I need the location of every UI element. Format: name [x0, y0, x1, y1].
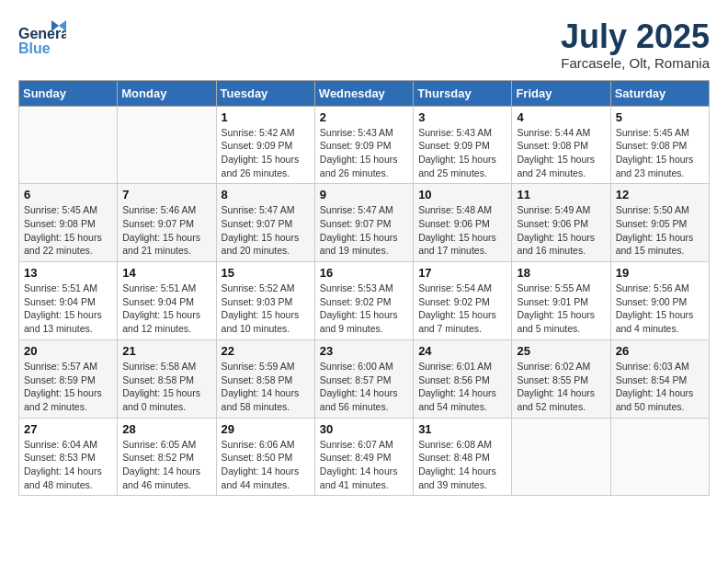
day-number: 10 [418, 188, 506, 201]
day-info: Sunrise: 6:01 AM Sunset: 8:56 PM Dayligh… [418, 360, 506, 414]
calendar-cell: 19Sunrise: 5:56 AM Sunset: 9:00 PM Dayli… [610, 262, 709, 340]
calendar-cell: 16Sunrise: 5:53 AM Sunset: 9:02 PM Dayli… [314, 262, 413, 340]
calendar-cell [19, 106, 118, 184]
svg-text:General: General [18, 26, 66, 41]
day-number: 24 [418, 344, 506, 358]
calendar-cell: 15Sunrise: 5:52 AM Sunset: 9:03 PM Dayli… [216, 262, 314, 340]
day-number: 6 [24, 188, 112, 201]
calendar-cell: 21Sunrise: 5:58 AM Sunset: 8:58 PM Dayli… [118, 339, 216, 418]
day-number: 20 [24, 344, 112, 358]
day-info: Sunrise: 5:55 AM Sunset: 9:01 PM Dayligh… [517, 282, 605, 336]
calendar-cell: 25Sunrise: 6:02 AM Sunset: 8:55 PM Dayli… [512, 339, 610, 418]
weekday-header-thursday: Thursday [414, 80, 512, 106]
day-number: 28 [122, 422, 210, 436]
title-block: July 2025 Farcasele, Olt, Romania [561, 18, 710, 71]
day-info: Sunrise: 5:59 AM Sunset: 8:58 PM Dayligh… [222, 360, 310, 414]
calendar-cell: 31Sunrise: 6:08 AM Sunset: 8:48 PM Dayli… [414, 418, 512, 496]
day-number: 11 [517, 188, 605, 201]
calendar-cell: 30Sunrise: 6:07 AM Sunset: 8:49 PM Dayli… [314, 418, 413, 496]
calendar-cell: 26Sunrise: 6:03 AM Sunset: 8:54 PM Dayli… [610, 339, 709, 418]
weekday-header-wednesday: Wednesday [314, 80, 413, 106]
day-number: 21 [122, 344, 210, 358]
weekday-header-sunday: Sunday [19, 80, 118, 106]
day-info: Sunrise: 5:54 AM Sunset: 9:02 PM Dayligh… [418, 282, 506, 336]
calendar-week-3: 13Sunrise: 5:51 AM Sunset: 9:04 PM Dayli… [19, 262, 710, 340]
day-number: 30 [320, 422, 408, 436]
day-number: 2 [320, 110, 408, 124]
day-number: 15 [222, 266, 310, 280]
day-number: 8 [222, 188, 310, 201]
day-info: Sunrise: 5:46 AM Sunset: 9:07 PM Dayligh… [122, 203, 210, 258]
calendar-cell: 6Sunrise: 5:45 AM Sunset: 9:08 PM Daylig… [19, 184, 118, 262]
calendar-cell: 11Sunrise: 5:49 AM Sunset: 9:06 PM Dayli… [512, 184, 610, 262]
calendar-cell: 24Sunrise: 6:01 AM Sunset: 8:56 PM Dayli… [414, 339, 512, 418]
weekday-header-saturday: Saturday [610, 80, 709, 106]
calendar-cell: 28Sunrise: 6:05 AM Sunset: 8:52 PM Dayli… [118, 418, 216, 496]
month-title: July 2025 [561, 18, 710, 55]
calendar-cell: 29Sunrise: 6:06 AM Sunset: 8:50 PM Dayli… [216, 418, 314, 496]
calendar-week-2: 6Sunrise: 5:45 AM Sunset: 9:08 PM Daylig… [19, 184, 710, 262]
calendar-cell: 2Sunrise: 5:43 AM Sunset: 9:09 PM Daylig… [314, 106, 413, 184]
day-number: 1 [222, 110, 310, 124]
calendar-cell: 1Sunrise: 5:42 AM Sunset: 9:09 PM Daylig… [216, 106, 314, 184]
day-info: Sunrise: 5:45 AM Sunset: 9:08 PM Dayligh… [24, 203, 112, 258]
calendar-cell: 17Sunrise: 5:54 AM Sunset: 9:02 PM Dayli… [414, 262, 512, 340]
day-info: Sunrise: 5:50 AM Sunset: 9:05 PM Dayligh… [616, 203, 704, 258]
day-number: 5 [616, 110, 704, 124]
logo: General Blue [18, 18, 66, 59]
day-number: 19 [616, 266, 704, 280]
day-number: 13 [24, 266, 112, 280]
logo-icon: General Blue [18, 18, 66, 59]
day-info: Sunrise: 5:57 AM Sunset: 8:59 PM Dayligh… [24, 360, 112, 414]
day-number: 9 [320, 188, 408, 201]
day-info: Sunrise: 5:43 AM Sunset: 9:09 PM Dayligh… [418, 126, 506, 180]
day-info: Sunrise: 6:08 AM Sunset: 8:48 PM Dayligh… [418, 438, 506, 492]
day-info: Sunrise: 5:47 AM Sunset: 9:07 PM Dayligh… [222, 203, 310, 258]
location: Farcasele, Olt, Romania [561, 55, 710, 71]
day-number: 29 [222, 422, 310, 436]
day-number: 16 [320, 266, 408, 280]
day-info: Sunrise: 6:02 AM Sunset: 8:55 PM Dayligh… [517, 360, 605, 414]
day-info: Sunrise: 5:58 AM Sunset: 8:58 PM Dayligh… [122, 360, 210, 414]
calendar-cell: 4Sunrise: 5:44 AM Sunset: 9:08 PM Daylig… [512, 106, 610, 184]
day-number: 22 [222, 344, 310, 358]
day-info: Sunrise: 5:43 AM Sunset: 9:09 PM Dayligh… [320, 126, 408, 180]
day-info: Sunrise: 6:04 AM Sunset: 8:53 PM Dayligh… [24, 438, 112, 492]
calendar-body: 1Sunrise: 5:42 AM Sunset: 9:09 PM Daylig… [19, 106, 710, 496]
day-info: Sunrise: 5:45 AM Sunset: 9:08 PM Dayligh… [616, 126, 704, 180]
calendar-cell: 27Sunrise: 6:04 AM Sunset: 8:53 PM Dayli… [19, 418, 118, 496]
day-number: 23 [320, 344, 408, 358]
calendar-cell: 5Sunrise: 5:45 AM Sunset: 9:08 PM Daylig… [610, 106, 709, 184]
calendar-cell: 14Sunrise: 5:51 AM Sunset: 9:04 PM Dayli… [118, 262, 216, 340]
day-info: Sunrise: 5:47 AM Sunset: 9:07 PM Dayligh… [320, 203, 408, 258]
page-header: General Blue July 2025 Farcasele, Olt, R… [18, 18, 710, 71]
calendar-cell: 13Sunrise: 5:51 AM Sunset: 9:04 PM Dayli… [19, 262, 118, 340]
calendar-week-5: 27Sunrise: 6:04 AM Sunset: 8:53 PM Dayli… [19, 418, 710, 496]
calendar-cell: 7Sunrise: 5:46 AM Sunset: 9:07 PM Daylig… [118, 184, 216, 262]
day-info: Sunrise: 6:03 AM Sunset: 8:54 PM Dayligh… [616, 360, 704, 414]
day-info: Sunrise: 5:52 AM Sunset: 9:03 PM Dayligh… [222, 282, 310, 336]
day-info: Sunrise: 5:53 AM Sunset: 9:02 PM Dayligh… [320, 282, 408, 336]
day-number: 4 [517, 110, 605, 124]
calendar-cell: 22Sunrise: 5:59 AM Sunset: 8:58 PM Dayli… [216, 339, 314, 418]
calendar-cell: 8Sunrise: 5:47 AM Sunset: 9:07 PM Daylig… [216, 184, 314, 262]
day-info: Sunrise: 5:51 AM Sunset: 9:04 PM Dayligh… [24, 282, 112, 336]
calendar-cell [610, 418, 709, 496]
day-number: 14 [122, 266, 210, 280]
calendar-cell: 23Sunrise: 6:00 AM Sunset: 8:57 PM Dayli… [314, 339, 413, 418]
day-info: Sunrise: 5:51 AM Sunset: 9:04 PM Dayligh… [122, 282, 210, 336]
svg-text:Blue: Blue [18, 40, 51, 56]
calendar-header-row: SundayMondayTuesdayWednesdayThursdayFrid… [19, 80, 710, 106]
day-info: Sunrise: 6:00 AM Sunset: 8:57 PM Dayligh… [320, 360, 408, 414]
day-info: Sunrise: 6:07 AM Sunset: 8:49 PM Dayligh… [320, 438, 408, 492]
calendar-cell: 10Sunrise: 5:48 AM Sunset: 9:06 PM Dayli… [414, 184, 512, 262]
day-info: Sunrise: 5:44 AM Sunset: 9:08 PM Dayligh… [517, 126, 605, 180]
day-info: Sunrise: 6:06 AM Sunset: 8:50 PM Dayligh… [222, 438, 310, 492]
weekday-header-monday: Monday [118, 80, 216, 106]
day-number: 3 [418, 110, 506, 124]
day-number: 7 [122, 188, 210, 201]
day-number: 25 [517, 344, 605, 358]
day-info: Sunrise: 5:42 AM Sunset: 9:09 PM Dayligh… [222, 126, 310, 180]
calendar-cell: 12Sunrise: 5:50 AM Sunset: 9:05 PM Dayli… [610, 184, 709, 262]
day-info: Sunrise: 5:48 AM Sunset: 9:06 PM Dayligh… [418, 203, 506, 258]
